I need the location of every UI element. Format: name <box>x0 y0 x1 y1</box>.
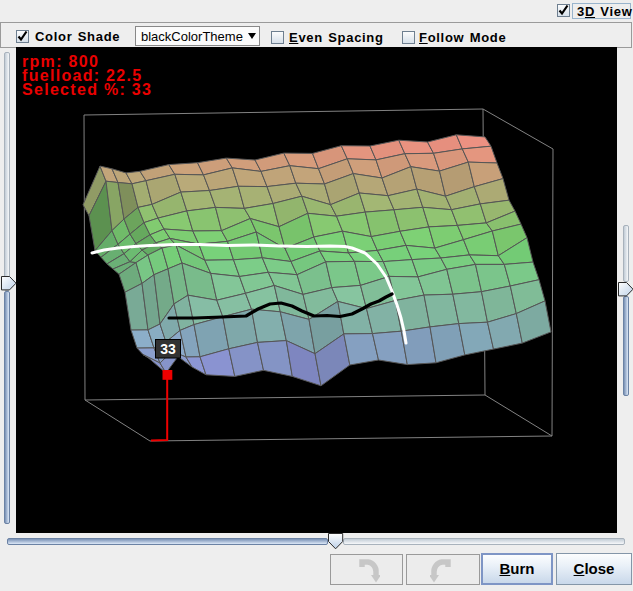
svg-text:33: 33 <box>160 341 176 357</box>
svg-text:Selected %: 33: Selected %: 33 <box>22 81 152 98</box>
